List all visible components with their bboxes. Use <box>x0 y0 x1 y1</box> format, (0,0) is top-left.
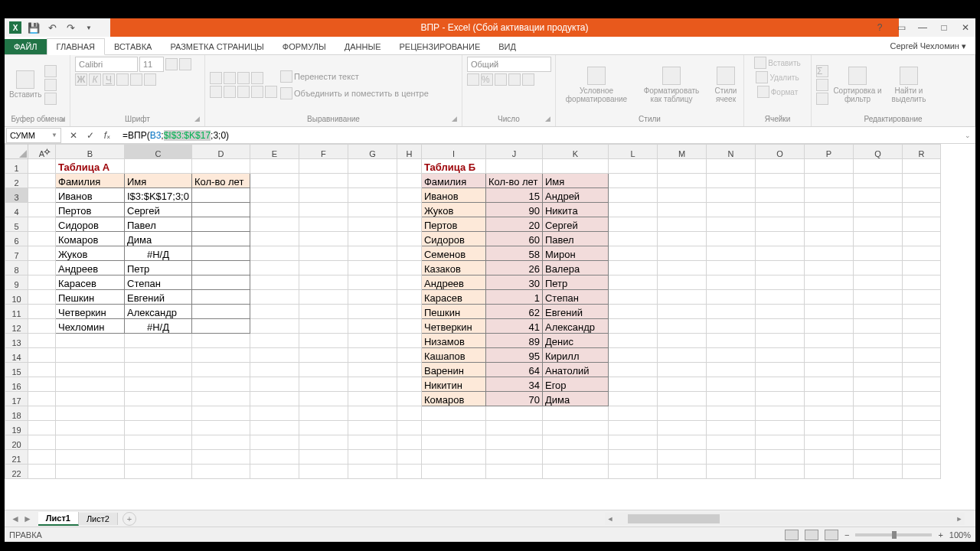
cell-O13[interactable] <box>755 334 804 348</box>
col-header-C[interactable]: C <box>125 145 192 159</box>
cell-D14[interactable] <box>191 348 250 363</box>
page-layout-view-icon[interactable] <box>805 530 818 540</box>
row-header-21[interactable]: 21 <box>5 450 28 465</box>
maximize-icon[interactable]: □ <box>937 21 951 34</box>
cell-styles-button[interactable]: Стили ячеек <box>710 67 741 103</box>
cell-L12[interactable] <box>608 319 657 334</box>
cell-G8[interactable] <box>348 261 397 276</box>
cell-L10[interactable] <box>608 290 657 305</box>
cell-R8[interactable] <box>902 261 940 276</box>
cell-A12[interactable] <box>28 319 56 334</box>
cell-N16[interactable] <box>706 377 755 392</box>
cell-K19[interactable] <box>542 421 608 435</box>
cell-J13[interactable]: 89 <box>485 334 542 348</box>
cell-H6[interactable] <box>397 232 421 246</box>
enter-formula-icon[interactable]: ✓ <box>84 130 96 141</box>
cell-H17[interactable] <box>397 392 421 406</box>
cell-P13[interactable] <box>804 334 853 348</box>
cell-G15[interactable] <box>348 363 397 377</box>
cell-R4[interactable] <box>902 203 940 217</box>
cell-A5[interactable] <box>28 217 56 232</box>
cell-M12[interactable] <box>657 319 706 334</box>
cell-B16[interactable] <box>56 377 125 392</box>
italic-icon[interactable]: К <box>89 73 101 86</box>
cell-D5[interactable] <box>191 217 250 232</box>
cell-G14[interactable] <box>348 348 397 363</box>
cell-Q14[interactable] <box>853 348 902 363</box>
cell-P7[interactable] <box>804 246 853 261</box>
cell-B1[interactable]: Таблица А <box>56 159 125 174</box>
cell-E3[interactable] <box>250 188 299 203</box>
align-center-icon[interactable] <box>224 86 236 98</box>
cell-E12[interactable] <box>250 319 299 334</box>
minimize-icon[interactable]: — <box>916 21 929 34</box>
align-bottom-icon[interactable] <box>237 72 250 84</box>
dialog-launcher-icon[interactable]: ◢ <box>194 115 200 122</box>
qat-customize-icon[interactable]: ▼ <box>83 21 95 34</box>
cell-K18[interactable] <box>542 406 608 421</box>
cell-N10[interactable] <box>706 290 755 305</box>
cell-L22[interactable] <box>608 465 657 479</box>
cell-F13[interactable] <box>299 334 348 348</box>
user-name[interactable]: Сергей Чехломин ▾ <box>887 38 969 54</box>
row-header-3[interactable]: 3 <box>5 188 28 203</box>
cell-F20[interactable] <box>299 435 348 450</box>
horizontal-scrollbar[interactable]: ◄ ► <box>605 513 965 525</box>
cell-B2[interactable]: Фамилия <box>56 174 125 188</box>
cell-E16[interactable] <box>250 377 299 392</box>
cell-N15[interactable] <box>706 363 755 377</box>
cell-M5[interactable] <box>657 217 706 232</box>
ribbon-options-icon[interactable]: ▭ <box>894 21 908 34</box>
sheet-tab-2[interactable]: Лист2 <box>79 513 118 525</box>
cell-N18[interactable] <box>706 406 755 421</box>
cell-Q19[interactable] <box>853 421 902 435</box>
decrease-indent-icon[interactable] <box>251 86 263 98</box>
cell-F8[interactable] <box>299 261 348 276</box>
cell-Q10[interactable] <box>853 290 902 305</box>
cell-Q6[interactable] <box>853 232 902 246</box>
tab-formulas[interactable]: ФОРМУЛЫ <box>273 39 335 54</box>
cell-R3[interactable] <box>902 188 940 203</box>
cell-B5[interactable]: Сидоров <box>56 217 125 232</box>
redo-icon[interactable]: ↷ <box>64 21 77 34</box>
cell-R22[interactable] <box>902 465 940 479</box>
cell-C5[interactable]: Павел <box>125 217 192 232</box>
zoom-in-icon[interactable]: + <box>938 530 942 540</box>
cell-P3[interactable] <box>804 188 853 203</box>
cell-F11[interactable] <box>299 305 348 319</box>
cell-D9[interactable] <box>191 276 250 290</box>
cell-H20[interactable] <box>397 435 421 450</box>
cell-D22[interactable] <box>191 465 250 479</box>
cell-R18[interactable] <box>902 406 940 421</box>
align-top-icon[interactable] <box>210 72 222 84</box>
cell-Q17[interactable] <box>853 392 902 406</box>
select-all-corner[interactable] <box>5 145 28 159</box>
cell-J17[interactable]: 70 <box>485 392 542 406</box>
cell-N7[interactable] <box>706 246 755 261</box>
cell-L14[interactable] <box>608 348 657 363</box>
cell-B12[interactable]: Чехломин <box>56 319 125 334</box>
cell-J10[interactable]: 1 <box>485 290 542 305</box>
cell-D19[interactable] <box>191 421 250 435</box>
cell-B17[interactable] <box>56 392 125 406</box>
cell-O20[interactable] <box>755 435 804 450</box>
cell-K12[interactable]: Александр <box>542 319 608 334</box>
cell-J7[interactable]: 58 <box>485 246 542 261</box>
align-left-icon[interactable] <box>210 86 222 98</box>
cell-R17[interactable] <box>902 392 940 406</box>
help-icon[interactable]: ? <box>873 21 887 34</box>
cell-K10[interactable]: Степан <box>542 290 608 305</box>
cell-P18[interactable] <box>804 406 853 421</box>
cell-K3[interactable]: Андрей <box>542 188 608 203</box>
cell-A8[interactable] <box>28 261 56 276</box>
cell-J22[interactable] <box>485 465 542 479</box>
cell-R6[interactable] <box>902 232 940 246</box>
sheet-tab-1[interactable]: Лист1 <box>38 512 79 526</box>
wrap-text-button[interactable]: Перенести текст <box>280 70 429 83</box>
cell-E18[interactable] <box>250 406 299 421</box>
orientation-icon[interactable] <box>251 72 263 84</box>
zoom-level[interactable]: 100% <box>949 530 971 540</box>
percent-icon[interactable]: % <box>481 73 493 86</box>
cell-J21[interactable] <box>485 450 542 465</box>
cell-M21[interactable] <box>657 450 706 465</box>
